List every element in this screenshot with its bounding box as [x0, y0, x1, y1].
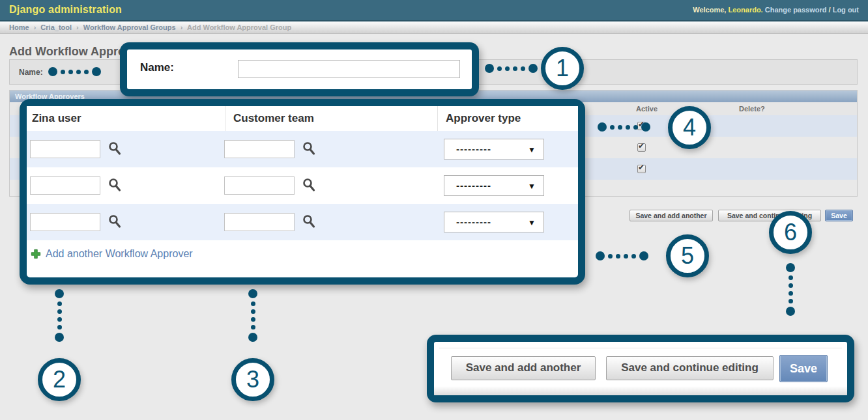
save-and-add-another-button[interactable]: Save and add another [451, 356, 596, 380]
approvers-table-header: Zina user Customer team Approver type [27, 106, 578, 132]
dropdown-arrow-icon: ▼ [528, 140, 536, 160]
zina-user-input[interactable] [30, 140, 100, 158]
welcome-text: Welcome, [693, 6, 726, 14]
approver-type-select[interactable]: ---------▼ [444, 139, 544, 160]
lookup-magnifier-icon[interactable] [108, 178, 122, 192]
change-password-link[interactable]: Change password [765, 6, 827, 14]
header-bar: Django administration Welcome, Leonardo.… [0, 0, 868, 21]
check-icon: ✔ [638, 142, 644, 150]
name-field-inset: Name: [120, 42, 479, 96]
column-header-approver-type: Approver type [437, 106, 521, 131]
name-label: Name: [19, 68, 43, 77]
save-button[interactable]: Save [779, 355, 828, 382]
approver-row: ---------▼ [27, 167, 578, 204]
customer-team-input[interactable] [224, 213, 295, 231]
add-row: Add another Workflow Approver [27, 240, 578, 272]
lookup-magnifier-icon[interactable] [302, 141, 316, 156]
callout-circle-5: 5 [666, 234, 709, 277]
breadcrumb-current: Add Workflow Approval Group [187, 23, 291, 31]
column-header-customer-team: Customer team [225, 106, 314, 131]
save-and-continue-button[interactable]: Save and continue editing [606, 356, 774, 380]
name-input[interactable] [238, 60, 460, 78]
column-header-delete: Delete? [739, 102, 765, 115]
username: Leonardo [728, 6, 760, 14]
active-checkbox[interactable]: ✔ [637, 165, 646, 173]
active-checkbox[interactable]: ✔ [637, 143, 646, 152]
column-header-zina-user: Zina user [32, 106, 81, 131]
connector-dots [48, 67, 101, 76]
callout-circle-2: 2 [38, 358, 81, 401]
connector-dots [485, 64, 538, 73]
approver-row: ---------▼ [27, 204, 578, 240]
approvers-table-inset: Zina user Customer team Approver type --… [20, 99, 585, 285]
lookup-magnifier-icon[interactable] [108, 214, 122, 229]
zina-user-input[interactable] [30, 213, 100, 231]
lookup-magnifier-icon[interactable] [302, 178, 316, 192]
logout-link[interactable]: Log out [833, 6, 859, 14]
approver-row: ---------▼ [27, 131, 578, 167]
connector-dots [248, 289, 257, 342]
breadcrumb: Home › Cria_tool › Workflow Approval Gro… [0, 21, 868, 34]
add-plus-icon [31, 249, 41, 259]
user-tools: Welcome, Leonardo. Change password / Log… [693, 6, 859, 14]
check-icon: ✔ [638, 163, 644, 172]
breadcrumb-app-link[interactable]: Cria_tool [40, 23, 72, 31]
add-another-approver-link[interactable]: Add another Workflow Approver [31, 248, 193, 260]
callout-circle-6: 6 [769, 211, 812, 254]
site-title-link[interactable]: Django administration [9, 4, 122, 16]
connector-dots [598, 122, 650, 132]
connector-dots [596, 251, 648, 260]
breadcrumb-model-link[interactable]: Workflow Approval Groups [83, 23, 176, 31]
approver-type-select[interactable]: ---------▼ [444, 175, 544, 196]
callout-circle-3: 3 [231, 358, 274, 401]
lookup-magnifier-icon[interactable] [302, 214, 316, 229]
breadcrumb-home-link[interactable]: Home [9, 23, 29, 31]
django-admin-screen: Django administration Welcome, Leonardo.… [0, 0, 868, 420]
callout-circle-1: 1 [541, 47, 584, 90]
connector-dots [55, 289, 64, 342]
divider [439, 348, 842, 348]
name-label: Name: [140, 61, 174, 74]
customer-team-input[interactable] [224, 140, 295, 158]
save-button[interactable]: Save [825, 210, 853, 221]
callout-circle-4: 4 [668, 106, 711, 149]
column-header-active: Active [636, 102, 658, 115]
dropdown-arrow-icon: ▼ [528, 213, 536, 232]
connector-dots [786, 263, 795, 316]
save-buttons-inset: Save and add another Save and continue e… [427, 335, 854, 402]
approver-type-select[interactable]: ---------▼ [444, 212, 544, 232]
customer-team-input[interactable] [224, 176, 295, 195]
lookup-magnifier-icon[interactable] [108, 141, 122, 156]
dropdown-arrow-icon: ▼ [528, 176, 536, 196]
save-and-add-another-button[interactable]: Save and add another [629, 210, 713, 221]
zina-user-input[interactable] [30, 176, 100, 195]
shade [434, 386, 847, 395]
